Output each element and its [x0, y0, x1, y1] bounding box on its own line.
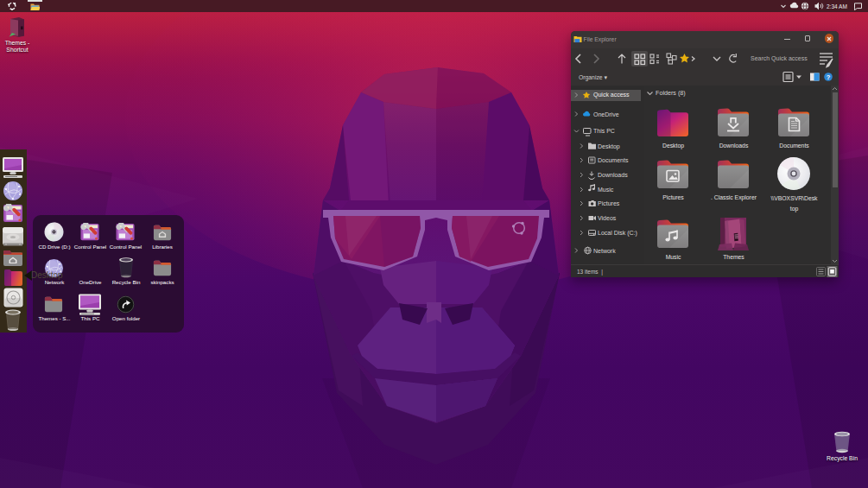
svg-text:2:34 AM: 2:34 AM	[827, 3, 847, 10]
svg-text:?: ?	[827, 73, 831, 81]
